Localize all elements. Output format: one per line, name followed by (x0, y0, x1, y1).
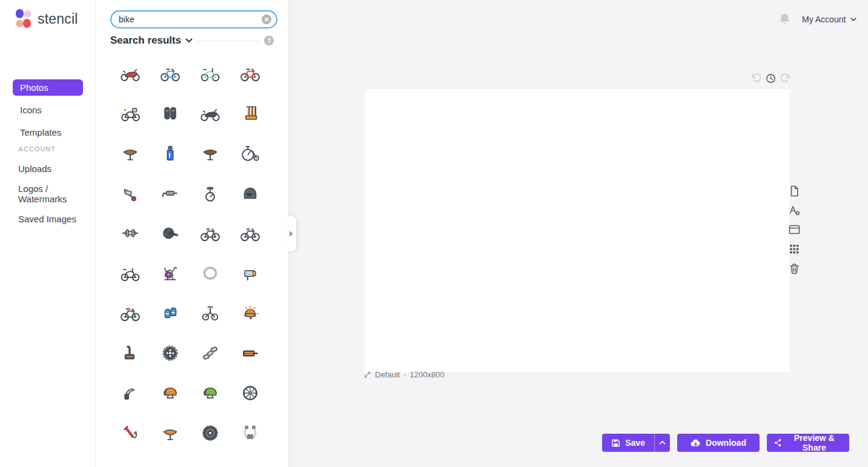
resize-icon (363, 371, 371, 379)
bike-wheel-icon[interactable] (230, 373, 270, 413)
hex-key-set-icon[interactable] (230, 93, 270, 133)
account-item-saved-images[interactable]: Saved Images (18, 214, 95, 224)
sport-motorcycle-icon[interactable] (110, 53, 150, 93)
my-account-label: My Account (802, 15, 846, 24)
download-icon (691, 439, 701, 447)
results-header: Search results ? (110, 35, 274, 47)
canvas-toolbar (788, 185, 801, 275)
sidebar-item-photos[interactable]: Photos (13, 79, 83, 96)
grid-view-icon[interactable] (788, 243, 801, 256)
water-bottle-icon[interactable] (150, 133, 190, 173)
save-icon (611, 439, 620, 448)
app-title: stencil (38, 11, 78, 27)
gear-shifter-icon[interactable] (110, 173, 150, 213)
wheel-hub-icon[interactable] (110, 213, 150, 253)
chevron-down-icon (850, 18, 856, 22)
bike-with-basket-icon[interactable] (110, 93, 150, 133)
cycling-shoe-soles-icon[interactable] (150, 93, 190, 133)
footer-actions: Save Download Preview & Share (602, 434, 849, 452)
preview-share-button[interactable]: Preview & Share (767, 434, 849, 452)
notifications-bell-icon[interactable] (778, 12, 792, 28)
account-section-title: ACCOUNT (18, 145, 95, 153)
sidebar-item-icons[interactable]: Icons (13, 102, 83, 118)
pedal-with-crank-icon[interactable] (110, 333, 150, 373)
tricycle-icon[interactable] (190, 293, 230, 333)
saddle-front-icon[interactable] (150, 413, 190, 453)
bike-pump-icon[interactable] (110, 413, 150, 453)
chain-links-icon[interactable] (190, 333, 230, 373)
browser-frame-icon[interactable] (788, 224, 801, 236)
cycling-gloves-icon[interactable] (150, 293, 190, 333)
sport-helmet-icon[interactable] (150, 373, 190, 413)
divider (197, 41, 260, 41)
bike-bell-icon[interactable] (230, 293, 270, 333)
clear-search-icon[interactable]: ✕ (262, 15, 271, 24)
results-title: Search results (110, 35, 181, 47)
canvas-size-control[interactable]: Default · 1200x800 (363, 370, 445, 379)
chevron-down-icon[interactable] (185, 38, 193, 43)
collapse-panel-button[interactable] (288, 216, 296, 251)
chevron-right-icon (290, 231, 293, 237)
unicycle-icon[interactable] (190, 173, 230, 213)
city-bike-outline-icon[interactable] (110, 253, 150, 293)
road-bike-icon[interactable] (230, 53, 270, 93)
design-canvas[interactable] (364, 88, 790, 373)
brake-caliper-icon[interactable] (230, 413, 270, 453)
bike-pedal-icon[interactable] (230, 333, 270, 373)
add-page-icon[interactable] (788, 185, 801, 197)
sidebar-item-templates[interactable]: Templates (13, 124, 83, 141)
front-light-icon[interactable] (230, 253, 270, 293)
brake-lever-icon[interactable] (110, 373, 150, 413)
crankset-icon[interactable] (150, 213, 190, 253)
penny-farthing-icon[interactable] (230, 133, 270, 173)
share-icon (774, 438, 782, 448)
history-icon[interactable] (764, 72, 777, 85)
full-face-helmet-icon[interactable] (230, 173, 270, 213)
sidebar-nav: PhotosIconsTemplates (0, 79, 96, 147)
undo-icon[interactable] (750, 72, 763, 85)
sidebar: stencil PhotosIconsTemplates ACCOUNT Upl… (0, 0, 96, 467)
city-bike-icon[interactable] (190, 53, 230, 93)
redo-icon[interactable] (779, 72, 792, 85)
search-results-grid (110, 53, 270, 453)
stencil-logo-icon (15, 8, 33, 29)
account-item-uploads[interactable]: Uploads (18, 164, 95, 174)
bike-helmet-icon[interactable] (190, 373, 230, 413)
quick-release-skewer-icon[interactable] (150, 173, 190, 213)
mountain-bike-icon[interactable] (150, 53, 190, 93)
account-section: ACCOUNT UploadsLogos / WatermarksSaved I… (18, 145, 95, 234)
search-box: ✕ (110, 10, 277, 28)
app-logo[interactable]: stencil (15, 8, 78, 29)
rear-cassette-icon[interactable] (190, 413, 230, 453)
motorcycle-icon[interactable] (190, 93, 230, 133)
help-icon[interactable]: ? (264, 36, 274, 45)
mountain-bike-outline-icon[interactable] (190, 213, 230, 253)
search-input[interactable] (119, 15, 262, 24)
sprocket-icon[interactable] (150, 333, 190, 373)
download-button[interactable]: Download (677, 434, 760, 452)
save-button[interactable]: Save (602, 434, 654, 452)
add-text-icon[interactable] (788, 204, 801, 217)
racing-bike-icon[interactable] (110, 293, 150, 333)
bike-chain-icon[interactable] (190, 253, 230, 293)
my-account-menu[interactable]: My Account (802, 15, 856, 24)
save-options-button[interactable] (654, 434, 670, 452)
chevron-up-icon (659, 440, 666, 445)
canvas-preset-label: Default (375, 370, 400, 379)
canvas-dimensions: 1200x800 (410, 370, 445, 379)
account-item-logos-watermarks[interactable]: Logos / Watermarks (18, 184, 95, 204)
road-bike-outline-icon[interactable] (230, 213, 270, 253)
delete-icon[interactable] (788, 262, 801, 275)
bike-saddle-icon[interactable] (110, 133, 150, 173)
history-bar (750, 72, 792, 85)
separator: · (403, 370, 406, 379)
search-panel: ✕ Search results ? (96, 0, 288, 467)
exercise-bike-icon[interactable] (150, 253, 190, 293)
comfort-saddle-icon[interactable] (190, 133, 230, 173)
